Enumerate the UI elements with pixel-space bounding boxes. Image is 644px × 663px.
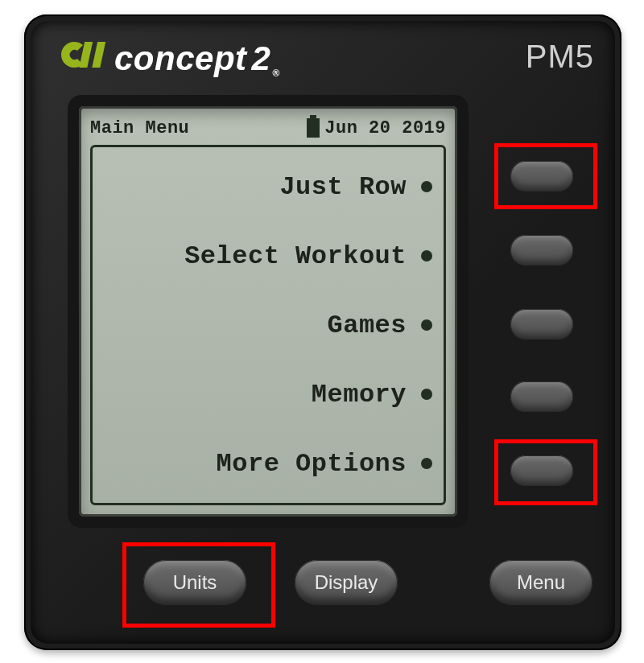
menu-dot-icon (421, 319, 432, 331)
units-button-label: Units (173, 571, 217, 594)
menu-item-memory[interactable]: Memory (184, 380, 440, 410)
display-button-label: Display (315, 571, 378, 594)
menu-button-label: Menu (517, 571, 565, 594)
menu-item-label: Memory (312, 380, 407, 410)
menu-item-label: Select Workout (184, 241, 407, 271)
brand-text: concept (114, 39, 247, 78)
battery-icon (307, 118, 320, 138)
model-label: PM5 (526, 39, 594, 75)
menu-dot-icon (421, 250, 432, 261)
screen-date: Jun 20 2019 (324, 118, 446, 138)
display-button[interactable]: Display (295, 560, 398, 605)
menu-dot-icon (421, 389, 432, 400)
brand-suffix: 2 (252, 39, 271, 78)
menu-item-just-row[interactable]: Just Row (184, 172, 440, 202)
brand-logo-area: concept 2 ® (58, 39, 279, 79)
concept2-logo-icon (58, 39, 108, 79)
menu-item-label: Games (327, 311, 407, 340)
menu-item-label: More Options (217, 449, 407, 479)
lcd-frame: Just Row Select Workout Games Memory Mor… (90, 145, 446, 505)
side-button-3[interactable] (510, 309, 573, 340)
menu-dot-icon (421, 458, 432, 469)
side-button-1[interactable] (510, 161, 573, 191)
registered-icon: ® (272, 68, 279, 79)
main-menu-list: Just Row Select Workout Games Memory Mor… (184, 147, 440, 503)
menu-dot-icon (421, 181, 432, 192)
side-button-4[interactable] (510, 381, 573, 412)
lcd-header: Main Menu Jun 20 2019 (90, 114, 446, 142)
screen-title: Main Menu (90, 118, 189, 138)
side-button-5[interactable] (510, 455, 573, 486)
menu-item-games[interactable]: Games (184, 311, 440, 340)
menu-button[interactable]: Menu (489, 560, 592, 605)
svg-rect-1 (92, 42, 105, 68)
side-button-2[interactable] (510, 235, 573, 266)
menu-item-label: Just Row (279, 172, 407, 202)
lcd-screen: Main Menu Jun 20 2019 Just Row Select Wo… (79, 106, 457, 517)
menu-item-more-options[interactable]: More Options (184, 449, 440, 479)
menu-item-select-workout[interactable]: Select Workout (184, 241, 440, 271)
units-button[interactable]: Units (143, 560, 246, 605)
